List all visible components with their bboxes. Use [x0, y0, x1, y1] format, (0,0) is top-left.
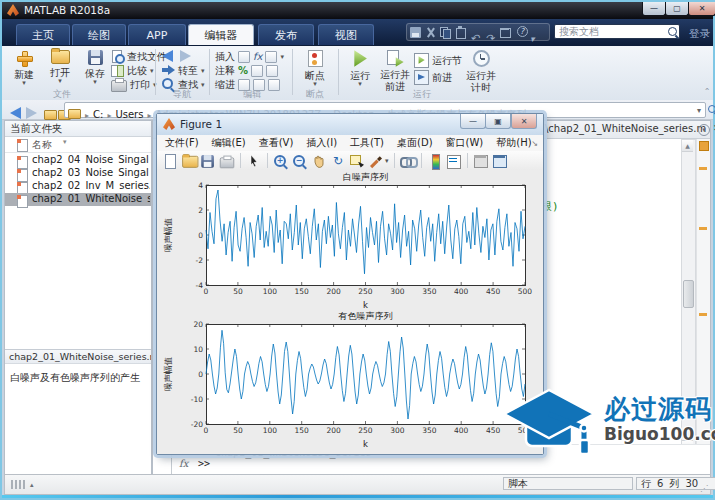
comment-icon[interactable]: %	[238, 66, 248, 76]
insert-colorbar-icon[interactable]	[427, 153, 443, 169]
message-summary-icon[interactable]	[699, 141, 709, 151]
scrollbar-thumb[interactable]	[683, 280, 694, 308]
close-button[interactable]	[688, 2, 715, 16]
command-prompt[interactable]: >>	[198, 458, 210, 469]
tab-home[interactable]: 主页	[16, 24, 70, 45]
file-row[interactable]: chap2_03_Noise_Singal_ratio_SN	[5, 167, 151, 180]
menu-view[interactable]: 查看(V)	[259, 136, 294, 150]
new-figure-icon[interactable]	[162, 153, 178, 169]
cut-icon[interactable]	[425, 27, 436, 38]
run-section-button[interactable]: 运行节	[414, 54, 462, 67]
ribbon-toolbar: 新建▾ 打开▾ 保存▾ 查找文件 比较▾ 打印▾ 文件	[2, 46, 713, 101]
rotate-3d-icon[interactable]	[330, 153, 346, 169]
warning-marker[interactable]	[699, 227, 707, 230]
quick-access-caret-icon[interactable]	[530, 27, 541, 38]
brush-icon[interactable]	[368, 153, 384, 169]
tab-editor[interactable]: 编辑器	[188, 24, 254, 45]
folder-search-icon[interactable]	[708, 105, 715, 113]
insert-legend-icon[interactable]	[446, 153, 462, 169]
figure-close-button[interactable]	[511, 114, 537, 129]
tab-publish[interactable]: 发布	[258, 24, 314, 45]
login-link[interactable]: 登录	[689, 27, 710, 41]
menu-help[interactable]: 帮助(H)	[496, 136, 531, 150]
undo-icon[interactable]	[470, 27, 481, 38]
file-row-selected[interactable]: chap2_01_WhiteNoise_series.m	[5, 193, 151, 206]
pan-hand-icon[interactable]	[311, 153, 327, 169]
svg-text:350: 350	[422, 287, 437, 296]
save-figure-icon[interactable]	[201, 154, 215, 168]
file-row[interactable]: chap2_02_Inv_M_series.m	[5, 180, 151, 193]
document-menu-icon[interactable]	[698, 124, 710, 136]
forward-icon[interactable]	[180, 50, 191, 62]
link-plot-icon[interactable]	[400, 153, 416, 169]
insert-fx-icon[interactable]: fx	[253, 52, 262, 62]
figure-title-bar[interactable]: Figure 1	[157, 114, 543, 136]
zoom-in-icon[interactable]: +	[273, 153, 289, 169]
resize-grip-icon[interactable]	[700, 484, 708, 493]
compare-button[interactable]: 比较▾	[111, 64, 154, 77]
new-button[interactable]: 新建▾	[7, 48, 41, 92]
warning-marker[interactable]	[699, 313, 707, 316]
hide-plot-tools-icon[interactable]	[473, 153, 489, 169]
menu-edit[interactable]: 编辑(E)	[212, 136, 246, 150]
figure-minimize-button[interactable]	[460, 114, 486, 129]
find-files-button[interactable]: 查找文件	[111, 50, 167, 63]
paste-icon[interactable]	[455, 27, 466, 38]
advance-button[interactable]: 前进	[414, 71, 452, 84]
uncomment-icon[interactable]	[251, 65, 263, 77]
warning-marker[interactable]	[699, 167, 707, 170]
tab-apps[interactable]: APP	[128, 24, 186, 45]
print-button[interactable]: 打印▾	[111, 78, 157, 91]
back-icon[interactable]	[162, 50, 173, 62]
menu-file[interactable]: 文件(F)	[165, 136, 199, 150]
open-button[interactable]: 打开▾	[43, 48, 77, 92]
save-icon[interactable]	[410, 27, 421, 38]
breakpoints-button[interactable]: 断点▾	[298, 48, 332, 92]
goto-button[interactable]: 转至▾	[162, 64, 205, 77]
print-figure-icon[interactable]	[220, 153, 234, 167]
menu-window[interactable]: 窗口(W)	[446, 136, 484, 150]
search-icon[interactable]	[668, 27, 677, 36]
search-input[interactable]	[554, 24, 680, 39]
comment-row[interactable]: 注释 %	[215, 64, 278, 77]
name-column-header[interactable]: 名称 ▾	[5, 137, 151, 153]
edit-plot-cursor-icon[interactable]	[246, 153, 262, 169]
run-advance-button[interactable]: 运行并 前进	[378, 48, 412, 92]
fx-icon[interactable]: fx	[179, 458, 188, 469]
help-icon[interactable]	[515, 27, 526, 38]
insert-image-icon[interactable]	[265, 51, 277, 63]
breadcrumb-caret-icon[interactable]: ▾	[697, 106, 701, 115]
menu-insert[interactable]: 插入(I)	[306, 136, 337, 150]
file-row[interactable]: chap2_04_Noise_Singal_ratio_M	[5, 154, 151, 167]
zoom-out-icon[interactable]: −	[292, 153, 308, 169]
svg-text:4: 4	[198, 181, 203, 190]
insert-section-icon[interactable]	[238, 51, 250, 63]
status-grip-icon[interactable]	[11, 480, 34, 489]
figure-window[interactable]: Figure 1 文件(F) 编辑(E) 查看(V) 插入(I) 工具(T) 桌…	[156, 113, 544, 455]
tab-plots[interactable]: 绘图	[72, 24, 126, 45]
wrap-comment-icon[interactable]	[266, 65, 278, 77]
figure-maximize-button[interactable]	[485, 114, 511, 129]
redo-icon[interactable]	[485, 27, 496, 38]
minimize-button[interactable]	[642, 2, 666, 16]
matlab-figure-icon	[163, 118, 175, 130]
show-plot-tools-icon[interactable]	[492, 153, 508, 169]
new-plus-icon	[16, 50, 32, 66]
run-button[interactable]: 运行▾	[343, 48, 377, 92]
menu-desktop[interactable]: 桌面(D)	[397, 136, 433, 150]
brush-caret-icon[interactable]: ▾	[385, 157, 389, 165]
switch-window-icon[interactable]	[500, 27, 511, 38]
tab-view[interactable]: 视图	[318, 24, 374, 45]
insert-row[interactable]: 插入 fx ▾	[215, 50, 284, 63]
menu-dock-icon[interactable]	[531, 139, 538, 148]
maximize-button[interactable]	[665, 2, 689, 16]
run-time-button[interactable]: 运行并 计时	[464, 48, 498, 92]
menu-tools[interactable]: 工具(T)	[350, 136, 384, 150]
svg-text:450: 450	[486, 287, 501, 296]
scroll-up-icon[interactable]	[682, 140, 693, 152]
data-cursor-icon[interactable]	[349, 153, 365, 169]
save-button[interactable]: 保存▾	[78, 48, 112, 92]
copy-icon[interactable]	[440, 27, 451, 38]
open-file-icon[interactable]	[182, 154, 196, 168]
collapse-ribbon-icon[interactable]	[701, 87, 713, 97]
